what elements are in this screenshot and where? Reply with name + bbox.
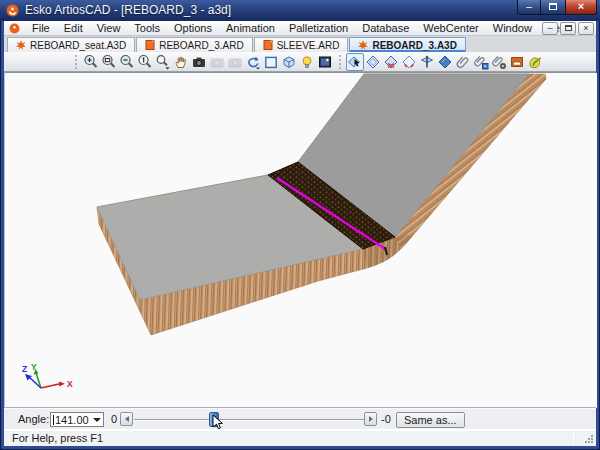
axis-y-label: Y (31, 362, 37, 372)
3d-model-canvas: X Z Y (5, 73, 597, 408)
combobox-dropdown-icon[interactable] (93, 418, 101, 422)
ard-file-icon (145, 40, 155, 50)
zoom-window-icon[interactable] (100, 53, 118, 71)
angle-value-combobox[interactable]: 141.00 (50, 412, 104, 427)
zoom-in-icon[interactable] (82, 53, 100, 71)
close-button[interactable]: × (565, 0, 597, 15)
angle-value: 141.00 (55, 414, 89, 426)
esko-logo-icon (6, 4, 19, 17)
status-pane-divider (573, 432, 574, 444)
minimize-button[interactable]: – (517, 0, 541, 15)
angle-control-bar: Angle: 141.00 0 -0 Same as... (4, 407, 596, 429)
zoom-out-icon[interactable] (118, 53, 136, 71)
menu-item-animation[interactable]: Animation (219, 21, 282, 35)
tab-label: REBOARD_3.ARD (159, 40, 243, 51)
menu-item-file[interactable]: File (25, 21, 57, 35)
title-bar[interactable]: Esko ArtiosCAD - [REBOARD_3 - a3d] – × (0, 0, 600, 21)
fold-panel-tool-icon[interactable] (436, 53, 454, 71)
angle-label: Angle: (18, 413, 49, 425)
menu-item-edit[interactable]: Edit (57, 21, 90, 35)
angle-step-left-button[interactable] (120, 412, 133, 426)
mdi-restore-icon (565, 25, 572, 31)
tab-label: REBOARD_seat.A3D (30, 40, 126, 51)
angle-step-right-button[interactable] (364, 412, 377, 426)
attach-tool-icon[interactable] (454, 53, 472, 71)
axis-x-label: X (67, 379, 73, 389)
resize-grip[interactable] (584, 434, 593, 443)
left-arrow-icon (125, 416, 129, 422)
menu-item-tools[interactable]: Tools (127, 21, 167, 35)
snapshot-camera-icon[interactable] (190, 53, 208, 71)
board-browser-icon[interactable] (508, 53, 526, 71)
zoom-one-to-one-icon[interactable] (136, 53, 154, 71)
material-browser-icon[interactable] (526, 53, 544, 71)
render-mode-icon[interactable] (316, 53, 334, 71)
right-arrow-icon (369, 416, 373, 422)
output-disabled-icon (208, 53, 226, 71)
menu-item-options[interactable]: Options (167, 21, 219, 35)
select-part-tool-icon[interactable] (346, 53, 364, 71)
text-caret (53, 415, 54, 425)
maximize-button[interactable] (541, 0, 565, 15)
mdi-restore-button[interactable] (560, 22, 576, 35)
rotate-view-icon[interactable] (244, 53, 262, 71)
tab-reboard_seat.a3d[interactable]: REBOARD_seat.A3D (7, 37, 135, 52)
same-as-button[interactable]: Same as... (396, 412, 465, 428)
tab-label: SLEEVE.ARD (277, 40, 340, 51)
unfold-all-tool-icon[interactable] (400, 53, 418, 71)
menu-item-window[interactable]: Window (486, 21, 539, 35)
tab-sleeve.ard[interactable]: SLEEVE.ARD (254, 37, 349, 52)
fold-none-tool-icon[interactable] (382, 53, 400, 71)
zoom-previous-icon[interactable] (154, 53, 172, 71)
toolbar-grip[interactable] (74, 55, 78, 69)
angle-slider-track[interactable] (134, 419, 364, 421)
output-disabled-icon-2 (226, 53, 244, 71)
lighting-bulb-icon[interactable] (298, 53, 316, 71)
angle-right-limit: -0 (381, 413, 391, 425)
toolbar-grip-2[interactable] (338, 55, 342, 69)
a3d-file-icon (16, 40, 26, 50)
document-system-icon (9, 23, 20, 34)
menu-bar: FileEditViewToolsOptionsAnimationPalleti… (4, 21, 596, 36)
axis-z-label: Z (22, 364, 27, 374)
artioscad-window: { "window": { "title": "Esko ArtiosCAD -… (0, 0, 600, 450)
window-title: Esko ArtiosCAD - [REBOARD_3 - a3d] (25, 0, 231, 20)
menu-item-palletization[interactable]: Palletization (282, 21, 355, 35)
align-part-tool-icon[interactable] (418, 53, 436, 71)
a3d-file-icon (358, 40, 368, 50)
attach-settings-tool-icon[interactable] (490, 53, 508, 71)
solid-view-cube-icon[interactable] (280, 53, 298, 71)
ard-file-icon (263, 40, 273, 50)
angle-left-limit: 0 (111, 413, 117, 425)
menu-item-database[interactable]: Database (355, 21, 416, 35)
fold-angle-tool-icon[interactable] (364, 53, 382, 71)
mdi-close-button[interactable]: × (578, 22, 594, 35)
menu-item-view[interactable]: View (90, 21, 128, 35)
tab-reboard_3.ard[interactable]: REBOARD_3.ARD (136, 37, 252, 52)
document-tab-bar: REBOARD_seat.A3DREBOARD_3.ARDSLEEVE.ARDR… (4, 36, 596, 52)
menu-item-webcenter[interactable]: WebCenter (416, 21, 485, 35)
toolbar (4, 52, 596, 72)
mdi-minimize-button[interactable]: – (542, 22, 558, 35)
status-message: For Help, press F1 (4, 432, 103, 444)
3d-viewport[interactable]: X Z Y (4, 72, 596, 407)
pan-hand-icon[interactable] (172, 53, 190, 71)
wireframe-view-icon[interactable] (262, 53, 280, 71)
attach-copy-tool-icon[interactable] (472, 53, 490, 71)
status-bar: For Help, press F1 (4, 429, 596, 446)
tab-reboard_3.a3d[interactable]: REBOARD_3.A3D (349, 37, 465, 52)
tab-label: REBOARD_3.A3D (372, 40, 456, 51)
maximize-icon (549, 3, 557, 10)
